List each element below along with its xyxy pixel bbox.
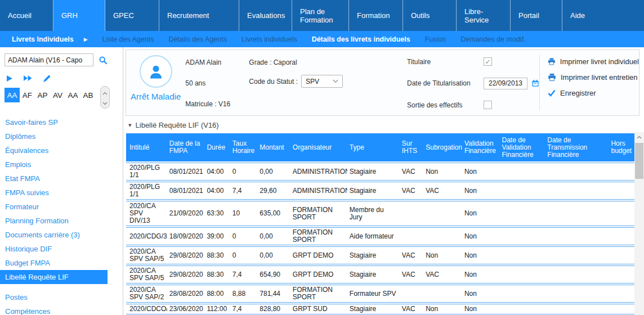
column-header-duree[interactable]: Durée	[204, 133, 230, 161]
sidebar-item-documents-carriere-3[interactable]: Documents carrière (3)	[0, 228, 108, 242]
sidebar-item-formateur[interactable]: Formateur	[0, 200, 108, 214]
table-row[interactable]: 2020/CA SPV SAP/228/08/202088:008,88781,…	[126, 285, 634, 303]
sidebar-item-competences[interactable]: Compétences	[0, 304, 108, 315]
table-row[interactable]: 2020/CA SPV SAP/529/08/202088:307,4654,9…	[126, 266, 634, 284]
letter-tab-aa[interactable]: AA	[65, 88, 80, 102]
sidebar-item-postes[interactable]: Postes	[0, 290, 108, 304]
tab-plan-de-formation[interactable]: Plan de Formation	[292, 0, 349, 31]
letter-tab-ab[interactable]: AB	[80, 88, 96, 102]
tab-accueil[interactable]: Accueil	[0, 0, 53, 31]
column-header-intitule[interactable]: Intitulé	[126, 133, 167, 161]
sidebar-item-savoir-faires-sp[interactable]: Savoir-faires SP	[0, 115, 108, 129]
column-header-type[interactable]: Type	[347, 133, 400, 161]
scrollbar-thumb[interactable]	[635, 143, 643, 179]
table-cell: Non	[462, 304, 500, 314]
table-cell: 2020/CA SPV SAP/2	[126, 285, 167, 303]
table-cell: 2020/CA SPV SAP/5	[126, 246, 167, 264]
subnav-item-livrets-individuels[interactable]: Livrets Individuels▶	[5, 35, 95, 43]
last-agent-icon[interactable]	[24, 75, 32, 82]
print-individual-booklet-button[interactable]: Imprimer livret individuel	[548, 57, 639, 66]
avatar	[140, 55, 172, 88]
column-header-validation-financiere[interactable]: Validation Financière	[462, 133, 500, 161]
print-individual-booklet-label: Imprimer livret individuel	[560, 57, 639, 66]
column-header-subrogation[interactable]: Subrogation	[423, 133, 462, 161]
agent-search-row	[5, 53, 123, 66]
sidebar-item-budget-fmpa[interactable]: Budget FMPA	[0, 256, 108, 270]
table-cell	[609, 246, 634, 264]
table-row[interactable]: 2020/CDG/318/09/202039:0000,00FORMATION …	[126, 227, 634, 245]
table-row[interactable]: 2020/PLG 1/108/01/202104:007,429,60ADMIN…	[126, 182, 634, 200]
tab-evaluations[interactable]: Evaluations	[239, 0, 292, 31]
table-cell: 8,88	[230, 285, 257, 303]
sidebar-item-etat-fmpa[interactable]: Etat FMPA	[0, 172, 108, 186]
table-cell: 08/01/2021	[167, 182, 205, 200]
column-header-montant[interactable]: Montant	[257, 133, 290, 161]
calendar-icon[interactable]	[531, 79, 539, 87]
edit-agent-icon[interactable]	[43, 74, 51, 83]
letter-tab-ap[interactable]: AP	[35, 88, 50, 102]
subnav-item-details-des-agents[interactable]: Détails des Agents	[161, 35, 234, 43]
next-agent-icon[interactable]	[6, 75, 13, 82]
sidebar-item-planning-formation[interactable]: Planning Formation	[0, 214, 108, 228]
letter-tabs-scroll-up-icon[interactable]	[102, 87, 108, 97]
column-header-hors-budget[interactable]: Hors budget	[609, 133, 634, 161]
letter-tabs-spinner[interactable]	[100, 86, 110, 109]
table-cell: Non	[423, 246, 462, 264]
table-cell: 39:00	[204, 227, 230, 245]
avatar-column: Arrêt Maladie	[126, 50, 185, 115]
tab-libre-service[interactable]: Libre-Service	[457, 0, 511, 31]
letter-tab-af[interactable]: AF	[20, 88, 35, 102]
vertical-scrollbar[interactable]	[634, 132, 644, 315]
table-cell: 04:00	[204, 163, 230, 181]
table-cell: 0	[230, 163, 257, 181]
table-row[interactable]: 2020/CA SPV SAP/529/08/202088:3000,00GRP…	[126, 246, 634, 264]
column-header-taux-horaire[interactable]: Taux Horaire	[230, 133, 257, 161]
sidebar-item-historique-dif[interactable]: Historique DIF	[0, 242, 108, 256]
sortie-effectifs-checkbox[interactable]	[484, 101, 492, 109]
sidebar-item-equivalences[interactable]: Équivalences	[0, 143, 108, 158]
tab-grh[interactable]: GRH	[53, 0, 105, 31]
sidebar-item-libelle-requete-lif[interactable]: Libellé Requête LIF	[0, 270, 108, 284]
table-row[interactable]: 2020/CDCO/423/06/2020112:007,4828,80GRPT…	[126, 304, 634, 314]
agent-search-input[interactable]	[5, 53, 93, 66]
subnav-item-livrets-individuels[interactable]: Livrets individuels	[234, 35, 305, 43]
letter-tab-aa[interactable]: AA	[5, 88, 20, 102]
table-cell	[545, 304, 609, 314]
subnav-item-fusion[interactable]: Fusion	[418, 35, 454, 43]
table-row[interactable]: 2020/PLG 1/108/01/202104:0000,00ADMINIST…	[126, 163, 634, 181]
tab-outils[interactable]: Outils	[403, 0, 457, 31]
subnav-item-liste-des-agents[interactable]: Liste des Agents	[95, 35, 162, 43]
print-interview-booklet-button[interactable]: Imprimer livret entretien	[548, 73, 639, 82]
letter-tabs-scroll-down-icon[interactable]	[102, 97, 108, 107]
tab-portail[interactable]: Portail	[511, 0, 562, 31]
save-button[interactable]: Enregistrer	[548, 89, 639, 97]
sidebar-item-fmpa-suivies[interactable]: FMPA suivies	[0, 186, 108, 200]
agent-identity-column: ADAM Alain 50 ans Matricule : V16	[185, 50, 249, 115]
search-icon[interactable]	[99, 56, 108, 65]
letter-tab-av[interactable]: AV	[50, 88, 65, 102]
titulaire-checkbox[interactable]: ✓	[484, 57, 492, 66]
date-titularisation-input[interactable]	[484, 78, 527, 89]
tab-recrutement[interactable]: Recrutement	[159, 0, 239, 31]
table-cell	[423, 201, 462, 226]
collapse-section-icon[interactable]: ▾	[128, 122, 132, 129]
sidebar-item-diplomes[interactable]: Diplômes	[0, 129, 108, 143]
column-header-organisateur[interactable]: Organisateur	[290, 133, 347, 161]
column-header-date-de-la-fmpa[interactable]: Date de la FMPA	[167, 133, 205, 161]
scroll-up-icon[interactable]	[634, 132, 644, 142]
tab-aide[interactable]: Aide	[562, 0, 644, 31]
table-cell	[545, 285, 609, 303]
table-cell: FORMATION SPORT	[290, 201, 347, 226]
column-header-sur-ihts[interactable]: Sur IHTS	[400, 133, 423, 161]
subnav-item-details-des-livrets-individuels[interactable]: Détails des livrets individuels	[305, 35, 418, 43]
tab-label: GRH	[61, 11, 78, 20]
tab-formation[interactable]: Formation	[349, 0, 403, 31]
table-cell: VAC	[400, 304, 423, 314]
table-row[interactable]: 2020/CA SPV DIV/1321/09/202063:3010635,0…	[126, 201, 634, 226]
subnav-item-demandes-de-modif[interactable]: Demandes de modif.	[453, 35, 533, 43]
tab-gpec[interactable]: GPEC	[105, 0, 159, 31]
column-header-date-de-transmission-financiere[interactable]: Date de Transmission Financière	[545, 133, 609, 161]
statut-select[interactable]: SPV	[301, 75, 343, 88]
column-header-date-de-validation-financiere[interactable]: Date de Validation Financière	[500, 133, 545, 161]
sidebar-item-emplois[interactable]: Emplois	[0, 158, 108, 172]
